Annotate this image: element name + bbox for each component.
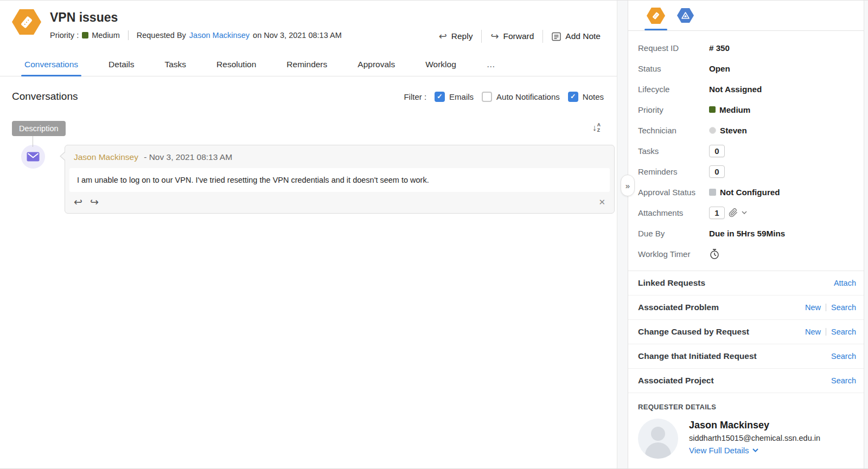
filter-emails[interactable]: ✓ Emails: [435, 92, 474, 102]
requester-info: Jason Mackinsey siddharth15015@chemical.…: [689, 419, 820, 455]
tab-tasks[interactable]: Tasks: [164, 53, 186, 76]
sort-letter-z: Z: [597, 127, 601, 133]
attachments-count-badge[interactable]: 1: [709, 207, 725, 219]
worklog-timer-button[interactable]: [709, 248, 720, 260]
section-change-initiated-request: Change that Initiated Request Search: [628, 344, 864, 369]
sidebar-icon-tabs: [628, 1, 864, 31]
filter-auto-notifications[interactable]: ✓ Auto Notifications: [482, 92, 560, 102]
new-link[interactable]: New: [805, 303, 821, 312]
sort-letter-a: A: [597, 122, 601, 127]
search-link[interactable]: Search: [831, 303, 856, 312]
field-label: Status: [638, 64, 709, 73]
conversation-card-footer: ↩ ↪ ✕: [65, 192, 614, 213]
tab-overflow-menu[interactable]: …: [487, 53, 496, 76]
attachments-dropdown-button[interactable]: [742, 211, 747, 214]
conversations-heading: Conversations: [12, 91, 78, 102]
envelope-icon: [27, 152, 40, 162]
new-link[interactable]: New: [805, 327, 821, 336]
request-header: VPN issues Priority : Medium Requested B…: [0, 1, 617, 40]
page-title: VPN issues: [50, 10, 342, 25]
request-detail-page: VPN issues Priority : Medium Requested B…: [0, 0, 868, 469]
due-by-value: Due in 5Hrs 59Mins: [709, 229, 785, 238]
view-full-details-link[interactable]: View Full Details: [689, 446, 758, 455]
approval-status-swatch: [709, 189, 716, 196]
field-row-priority: Priority Medium: [638, 99, 856, 120]
lifecycle-value: Not Assigned: [709, 85, 762, 94]
title-block: VPN issues Priority : Medium Requested B…: [50, 9, 342, 40]
requester-name-link[interactable]: Jason Mackinsey: [189, 31, 250, 40]
status-value[interactable]: Open: [709, 64, 730, 73]
close-icon[interactable]: ✕: [598, 197, 605, 207]
field-row-due-by: Due By Due in 5Hrs 59Mins: [638, 223, 856, 243]
conversation-card: Jason Mackinsey - Nov 3, 2021 08:13 AM I…: [65, 145, 615, 214]
divider: [481, 30, 482, 43]
tab-approvals[interactable]: Approvals: [358, 53, 395, 76]
conversation-filters: Filter : ✓ Emails ✓ Auto Notifications ✓…: [404, 92, 604, 102]
field-label: Worklog Timer: [638, 249, 709, 259]
message-reply-icon[interactable]: ↩: [74, 197, 82, 207]
ticket-glyph: [18, 14, 35, 30]
field-label: Approval Status: [638, 188, 709, 197]
section-linked-requests: Linked Requests Attach: [628, 271, 864, 295]
paperclip-icon: [729, 208, 738, 217]
description-badge: Description: [12, 121, 66, 136]
filter-notes-label: Notes: [583, 92, 604, 101]
tasks-count-badge[interactable]: 0: [709, 145, 725, 157]
requester-card: Jason Mackinsey siddharth15015@chemical.…: [638, 419, 856, 459]
section-title: Linked Requests: [638, 278, 705, 288]
sidebar-tab-request[interactable]: [647, 8, 665, 30]
forward-icon: ↪: [490, 31, 499, 41]
field-row-lifecycle: Lifecycle Not Assigned: [638, 79, 856, 99]
field-row-status: Status Open: [638, 58, 856, 79]
message-body: I am unable to log on to our VPN. I've t…: [69, 168, 610, 192]
requester-avatar: [638, 419, 678, 459]
message-author-link[interactable]: Jason Mackinsey: [74, 152, 138, 162]
section-links: Attach: [834, 279, 856, 287]
section-title: Associated Project: [638, 376, 714, 386]
reminders-count-badge[interactable]: 0: [709, 165, 725, 178]
add-note-button[interactable]: Add Note: [552, 31, 601, 41]
forward-button[interactable]: ↪ Forward: [490, 31, 534, 41]
requested-by-label: Requested By: [137, 31, 186, 40]
request-main-panel: VPN issues Priority : Medium Requested B…: [0, 1, 617, 468]
filter-notes[interactable]: ✓ Notes: [568, 92, 604, 102]
approval-status-text: Not Configured: [720, 188, 780, 197]
field-row-reminders: Reminders 0: [638, 161, 856, 182]
sidebar-collapse-handle[interactable]: »: [621, 175, 635, 196]
search-link[interactable]: Search: [831, 376, 856, 385]
tab-conversations[interactable]: Conversations: [24, 53, 78, 76]
filter-checkbox-1[interactable]: ✓: [482, 92, 492, 102]
tab-resolution[interactable]: Resolution: [216, 53, 256, 76]
message-forward-icon[interactable]: ↪: [90, 197, 99, 207]
filter-checkbox-0[interactable]: ✓: [435, 92, 445, 102]
sidebar-tab-assets[interactable]: [677, 8, 694, 30]
search-link[interactable]: Search: [831, 352, 856, 361]
reply-button[interactable]: ↩ Reply: [439, 31, 473, 41]
field-label: Priority: [638, 105, 709, 114]
section-associated-project: Associated Project Search: [628, 369, 864, 393]
divider: [128, 30, 129, 40]
view-full-details-label: View Full Details: [689, 446, 749, 455]
field-row-technician: Technician Steven: [638, 120, 856, 140]
filter-checkbox-2[interactable]: ✓: [568, 92, 578, 102]
request-fields: Request ID # 350 Status Open Lifecycle N…: [628, 31, 864, 267]
tab-worklog[interactable]: Worklog: [425, 53, 456, 76]
search-link[interactable]: Search: [831, 327, 856, 336]
conversation-thread: Jason Mackinsey - Nov 3, 2021 08:13 AM I…: [12, 145, 617, 214]
email-avatar: [21, 145, 45, 169]
attach-link[interactable]: Attach: [834, 279, 856, 287]
divider: [826, 328, 826, 336]
approval-status-value: Not Configured: [709, 188, 780, 197]
chevron-right-double-icon: »: [626, 181, 630, 190]
sort-az-icon: A Z: [597, 122, 601, 133]
technician-value[interactable]: Steven: [709, 126, 747, 135]
sort-a-z-button[interactable]: ↓ A Z: [592, 122, 601, 133]
section-links: New Search: [805, 303, 856, 312]
tab-details[interactable]: Details: [108, 53, 134, 76]
priority-field-value[interactable]: Medium: [709, 105, 750, 114]
tab-reminders[interactable]: Reminders: [286, 53, 327, 76]
priority-value: Medium: [92, 31, 120, 40]
section-title: Change that Initiated Request: [638, 351, 757, 361]
attachment-button[interactable]: [729, 208, 738, 217]
filter-auto-notifications-label: Auto Notifications: [496, 92, 560, 101]
